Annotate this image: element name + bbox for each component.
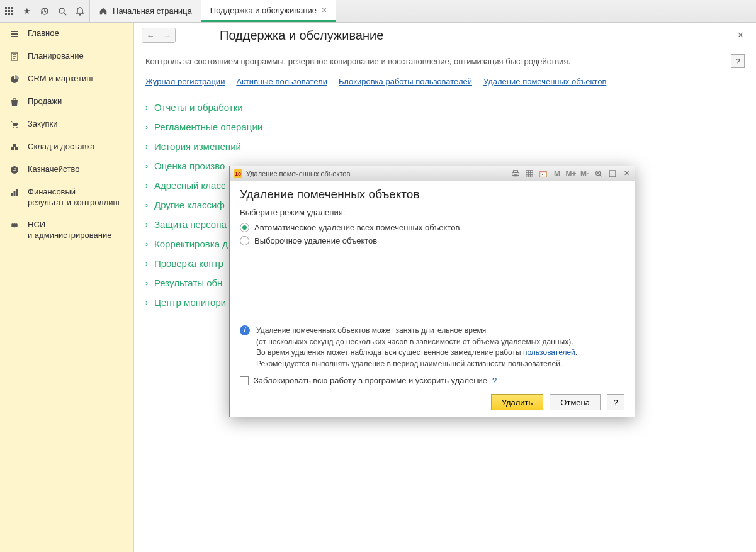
info-text: Удаление помеченных объектов может занят… [256, 325, 577, 369]
section-label: Защита персона [154, 219, 227, 230]
dialog-help-button[interactable]: ? [607, 394, 624, 410]
section-label: Адресный класс [154, 180, 225, 191]
radio-icon [240, 223, 249, 232]
dialog-title: Удаление помеченных объектов [246, 170, 506, 177]
svg-rect-11 [11, 33, 18, 35]
dialog-buttons: Удалить Отмена ? [240, 394, 624, 410]
sidebar-item-finresult[interactable]: Финансовый результат и контроллинг [0, 181, 133, 214]
section-label: Регламентные операции [154, 121, 262, 132]
links-row: Журнал регистрации Активные пользователи… [145, 77, 745, 86]
svg-rect-6 [5, 13, 7, 15]
dialog-heading: Удаление помеченных объектов [240, 188, 624, 201]
close-page-button[interactable]: × [733, 30, 748, 41]
apps-icon[interactable] [4, 6, 15, 17]
sidebar-item-crm[interactable]: CRM и маркетинг [0, 68, 133, 91]
users-link[interactable]: пользователей [523, 348, 575, 357]
tab-support[interactable]: Поддержка и обслуживание × [201, 0, 336, 22]
section-routine[interactable]: ›Регламентные операции [145, 117, 745, 137]
radio-icon [240, 236, 249, 245]
chevron-right-icon: › [145, 162, 148, 171]
sidebar-item-treasury[interactable]: ₽ Казначейство [0, 159, 133, 181]
svg-point-15 [16, 127, 18, 128]
pie-icon [9, 74, 20, 85]
block-work-checkbox-row[interactable]: Заблокировать всю работу в программе и у… [240, 376, 624, 385]
section-reports[interactable]: ›Отчеты и обработки [145, 98, 745, 117]
page-title: Поддержка и обслуживание [188, 28, 720, 43]
main-header: ← → Поддержка и обслуживание × [134, 23, 756, 48]
sidebar-item-purchases[interactable]: Закупки [0, 113, 133, 136]
sidebar-item-sales[interactable]: Продажи [0, 91, 133, 113]
link-log[interactable]: Журнал регистрации [145, 77, 225, 86]
sidebar-item-warehouse[interactable]: Склад и доставка [0, 136, 133, 159]
link-block-users[interactable]: Блокировка работы пользователей [339, 77, 472, 86]
home-icon [99, 7, 108, 16]
sidebar-item-label: НСИ и администрирование [28, 220, 111, 241]
nav-back-button[interactable]: ← [142, 28, 159, 42]
checkbox-icon[interactable] [240, 376, 249, 385]
calendar-icon[interactable]: 31 [538, 169, 549, 179]
page-description-row: Контроль за состоянием программы, резерв… [145, 54, 745, 68]
help-button[interactable]: ? [731, 54, 745, 68]
memory-m-button[interactable]: M [551, 169, 563, 179]
sidebar-item-nsi[interactable]: НСИ и администрирование [0, 214, 133, 247]
memory-mminus-button[interactable]: M- [579, 169, 590, 179]
section-label: Оценка произво [154, 161, 225, 171]
link-active-users[interactable]: Активные пользователи [236, 77, 327, 86]
tab-support-label: Поддержка и обслуживание [210, 6, 317, 15]
sidebar: Главное Планирование CRM и маркетинг Про… [0, 23, 134, 552]
sidebar-item-label: Казначейство [28, 164, 79, 175]
tab-close-icon[interactable]: × [322, 5, 327, 15]
chevron-right-icon: › [145, 181, 148, 190]
info-line3b: . [575, 348, 577, 357]
maximize-icon[interactable] [607, 169, 618, 179]
sidebar-item-planning[interactable]: Планирование [0, 45, 133, 68]
memory-mplus-button[interactable]: M+ [565, 169, 577, 179]
radio-selective-delete[interactable]: Выборочное удаление объектов [240, 234, 624, 247]
info-line2: (от нескольких секунд до нескольких часо… [256, 337, 577, 347]
ruble-icon: ₽ [9, 164, 20, 176]
link-delete-marked[interactable]: Удаление помеченных объектов [483, 77, 606, 86]
note-icon [9, 51, 20, 62]
section-history[interactable]: ›История изменений [145, 137, 745, 156]
chevron-right-icon: › [145, 240, 148, 249]
bell-icon[interactable] [74, 6, 86, 17]
nav-forward-button[interactable]: → [159, 28, 175, 42]
chevron-right-icon: › [145, 259, 148, 268]
cancel-button[interactable]: Отмена [550, 394, 601, 410]
sidebar-item-label: CRM и маркетинг [28, 74, 94, 84]
sidebar-item-label: Закупки [28, 119, 57, 130]
radio-auto-delete[interactable]: Автоматическое удаление всех помеченных … [240, 221, 624, 234]
info-line3a: Во время удаления может наблюдаться суще… [256, 348, 523, 357]
table-icon[interactable] [524, 169, 535, 179]
section-label: Центр монитори [154, 297, 226, 308]
chevron-right-icon: › [145, 123, 148, 132]
svg-text:₽: ₽ [13, 167, 16, 173]
mode-label: Выберите режим удаления: [240, 208, 624, 217]
close-icon[interactable]: ✕ [621, 169, 632, 179]
radio-label: Автоматическое удаление всех помеченных … [254, 223, 460, 232]
history-icon[interactable] [39, 6, 50, 17]
print-icon[interactable] [510, 169, 521, 179]
svg-rect-22 [14, 191, 16, 196]
zoom-icon[interactable] [593, 169, 604, 179]
dialog-titlebar[interactable]: 1c Удаление помеченных объектов 31 M M+ … [230, 166, 635, 181]
delete-button[interactable]: Удалить [491, 394, 544, 410]
svg-rect-8 [11, 13, 13, 15]
chevron-right-icon: › [145, 103, 148, 112]
sidebar-item-label: Главное [28, 28, 59, 39]
info-line4: Рекомендуется выполнять удаление в перио… [256, 359, 577, 369]
section-label: Отчеты и обработки [154, 102, 243, 113]
svg-rect-7 [8, 13, 10, 15]
section-label: Результаты обн [154, 278, 222, 288]
tab-home[interactable]: Начальная страница [90, 0, 201, 22]
svg-rect-10 [11, 31, 18, 32]
star-icon[interactable]: ★ [21, 6, 33, 17]
search-icon[interactable] [57, 6, 68, 17]
delete-marked-dialog: 1c Удаление помеченных объектов 31 M M+ … [229, 166, 635, 417]
chevron-right-icon: › [145, 279, 148, 288]
checkbox-help-icon[interactable]: ? [492, 376, 497, 385]
svg-rect-17 [15, 147, 18, 150]
sidebar-item-main[interactable]: Главное [0, 23, 133, 45]
sidebar-item-label: Склад и доставка [28, 142, 95, 152]
svg-rect-16 [11, 147, 14, 150]
